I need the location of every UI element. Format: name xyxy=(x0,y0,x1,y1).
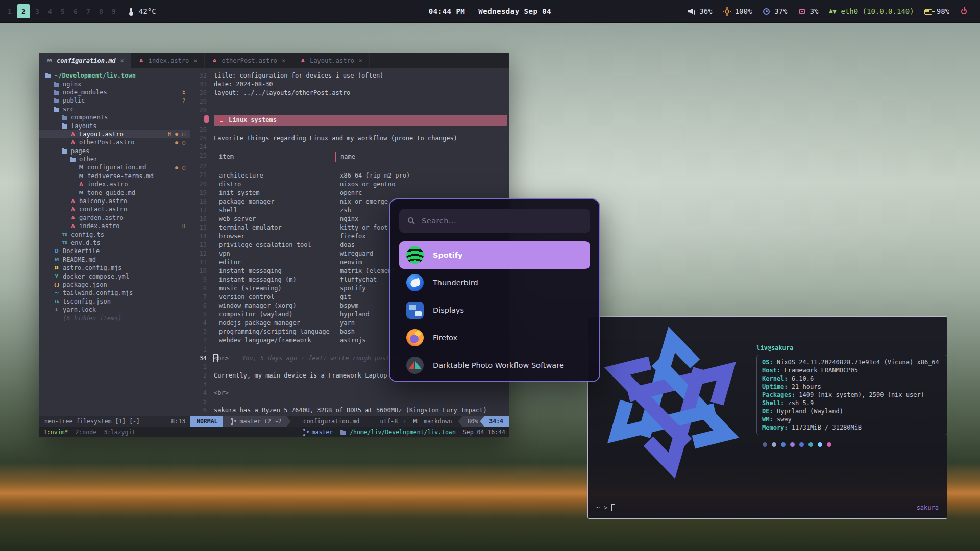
terminal-window[interactable]: liv@sakura OS: NixOS 24.11.20240828.71e9… xyxy=(587,316,947,519)
tree-item-label: Layout.astro xyxy=(79,131,124,138)
tree-item-label: contact.astro xyxy=(79,206,127,213)
workspace-button[interactable]: 8 xyxy=(95,4,107,18)
line-number: 18 xyxy=(190,197,214,206)
neo-tree-statusline: neo-tree filesystem [1] [-] 8:13 xyxy=(39,416,190,427)
status-bar: 1 2 3 4 5 6 7 8 9 42°C 04:44 PM Wed xyxy=(0,0,980,23)
file-tree-item[interactable]: env.d.ts xyxy=(39,239,190,247)
volume-module[interactable]: 36% xyxy=(687,7,712,16)
file-tree-item[interactable]: tailwind.config.mjs xyxy=(39,289,190,297)
table-cell-item: terminal emulator xyxy=(214,223,335,232)
tree-item-label: layouts xyxy=(71,122,97,130)
network-module[interactable]: eth0 (10.0.0.140) xyxy=(828,7,914,16)
file-tree-item[interactable]: public ? xyxy=(39,96,190,105)
palette-dot xyxy=(808,442,813,447)
tmux-window[interactable]: 1:nvim* xyxy=(43,429,68,436)
line-number: 30 xyxy=(190,89,214,97)
file-tree-item[interactable]: pages xyxy=(39,147,190,155)
close-tab-icon[interactable]: × xyxy=(359,57,362,64)
file-tree-item[interactable]: balcony.astro xyxy=(39,197,190,205)
file-tree-item[interactable]: contact.astro xyxy=(39,205,190,213)
gear-module[interactable]: 100% xyxy=(723,7,752,16)
table-cell-name: nixos or gentoo xyxy=(335,180,419,189)
workspace-button[interactable]: 2 xyxy=(17,4,30,18)
neo-tree-status-label: neo-tree filesystem [1] [-] xyxy=(44,418,140,425)
shell-prompt[interactable]: ~ > xyxy=(596,504,615,511)
git-status-badge: H xyxy=(182,223,186,229)
workspace-button[interactable]: 1 xyxy=(4,4,15,18)
editor-tab[interactable]: Layout.astro × xyxy=(292,53,370,68)
battery-module[interactable]: 98% xyxy=(924,7,949,16)
tree-item-label: index.astro xyxy=(87,181,128,188)
file-tree-item[interactable]: otherPost.astro ● ▢ xyxy=(39,138,190,146)
file-tree-item[interactable]: tsconfig.json xyxy=(39,297,190,306)
temperature-module[interactable]: 42°C xyxy=(127,7,156,16)
tmux-right: master /home/liv/Development/liv.town Se… xyxy=(305,429,505,436)
cpu-module[interactable]: 3% xyxy=(798,7,819,16)
workspace-button[interactable]: 4 xyxy=(44,4,56,18)
file-tree-item[interactable]: yarn.lock xyxy=(39,306,190,314)
file-tree-item[interactable]: Layout.astro H ● ▢ xyxy=(39,130,190,138)
tree-item-label: node_modules xyxy=(63,89,107,96)
launcher-item[interactable]: Firefox xyxy=(399,324,590,352)
clock-time: 04:44 PM xyxy=(429,7,465,15)
launcher-item[interactable]: Spotify xyxy=(399,241,590,269)
terminal-content: liv@sakura OS: NixOS 24.11.20240828.71e9… xyxy=(588,317,947,518)
file-tree-item[interactable]: config.ts xyxy=(39,230,190,238)
file-encoding: utf-8 xyxy=(380,418,398,425)
workspace-button[interactable]: 7 xyxy=(83,4,94,18)
file-tree-item[interactable]: src xyxy=(39,105,190,113)
buffer-line: 25 Favorite things regarding Linux and m… xyxy=(190,134,509,143)
table-cell-item: browser xyxy=(214,232,335,241)
workspace-button[interactable]: 5 xyxy=(57,4,68,18)
file-tree-item[interactable]: ~/Development/liv.town xyxy=(39,71,190,80)
file-tree-item[interactable]: (6 hidden items) xyxy=(39,314,190,322)
close-tab-icon[interactable]: × xyxy=(120,57,124,64)
file-tree-item[interactable]: package.json xyxy=(39,281,190,289)
tmux-window[interactable]: 3:lazygit xyxy=(104,429,135,436)
ts-icon xyxy=(61,239,68,246)
tree-item-label: configuration.md xyxy=(87,164,146,171)
editor-tab[interactable]: otherPost.astro × xyxy=(205,53,293,68)
file-tree-item[interactable]: configuration.md ● ▢ xyxy=(39,163,190,171)
editor-tab[interactable]: configuration.md × xyxy=(39,53,131,68)
markdown-icon xyxy=(78,189,85,196)
file-tree-item[interactable]: fediverse-terms.md xyxy=(39,172,190,180)
clock[interactable]: 04:44 PM Wednesday Sep 04 xyxy=(429,7,551,15)
launcher-item[interactable]: Thunderbird xyxy=(399,269,590,296)
astro-icon xyxy=(69,214,77,221)
power-module[interactable] xyxy=(960,7,972,16)
folder-open-icon xyxy=(61,147,68,155)
file-tree-item[interactable]: nginx xyxy=(39,80,190,88)
launcher-search-input[interactable]: Search... xyxy=(399,209,590,233)
workspace-button[interactable]: 3 xyxy=(32,4,43,18)
nixos-logo xyxy=(595,326,748,481)
file-tree-item[interactable]: README.md xyxy=(39,256,190,264)
close-tab-icon[interactable]: × xyxy=(282,57,285,64)
file-tree-item[interactable]: Dockerfile xyxy=(39,247,190,255)
tmux-window[interactable]: 2:node xyxy=(75,429,96,436)
disk-module[interactable]: 37% xyxy=(762,7,787,16)
file-tree-item[interactable]: layouts xyxy=(39,121,190,130)
workspace-button[interactable]: 9 xyxy=(108,4,119,18)
tree-item-label: garden.astro xyxy=(79,214,124,221)
file-tree-item[interactable]: other xyxy=(39,155,190,163)
file-tree-item[interactable]: index.astro xyxy=(39,180,190,188)
workspace-button[interactable]: 6 xyxy=(70,4,81,18)
file-tree-item[interactable]: index.astro H xyxy=(39,222,190,230)
file-tree-item[interactable]: components xyxy=(39,113,190,121)
close-tab-icon[interactable]: × xyxy=(193,57,197,64)
table-cell-item: vpn xyxy=(214,249,335,258)
tmux-statusbar: 1:nvim* 2:node 3:lazygit master /home/li… xyxy=(39,427,509,437)
tree-item-label: balcony.astro xyxy=(79,197,127,205)
file-tree-item[interactable]: docker-compose.yml xyxy=(39,272,190,280)
git-branch-icon xyxy=(232,419,237,424)
file-tree-item[interactable]: tone-guide.md xyxy=(39,188,190,196)
file-tree-item[interactable]: garden.astro xyxy=(39,214,190,222)
editor-tab[interactable]: index.astro × xyxy=(131,53,205,68)
module-value: 36% xyxy=(699,7,712,15)
launcher-item[interactable]: Darktable Photo Workflow Software xyxy=(399,352,590,379)
file-tree-item[interactable]: node_modules E xyxy=(39,88,190,96)
main-statusline: NORMAL master +2 ~2 configuration.md utf… xyxy=(190,416,509,427)
file-tree-item[interactable]: astro.config.mjs xyxy=(39,264,190,272)
launcher-item[interactable]: Displays xyxy=(399,296,590,324)
